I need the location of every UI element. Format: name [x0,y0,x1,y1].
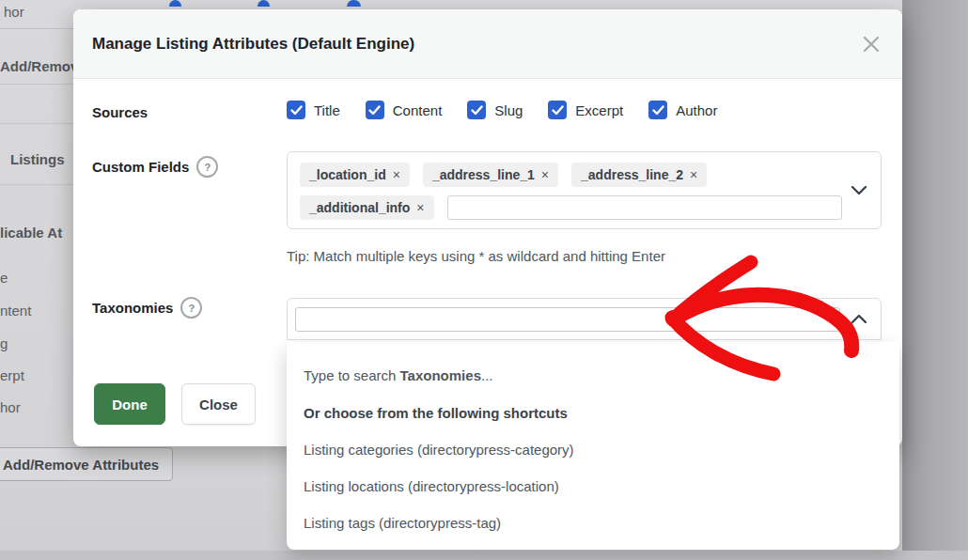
checkbox-label: Slug [494,102,523,118]
dropdown-item-listing-locations[interactable]: Listing locations (directorypress-locati… [304,478,559,494]
backdrop-fragment-author-top: hor [4,4,24,20]
close-button-label: Close [199,397,238,412]
done-button-label: Done [112,397,148,412]
backdrop-fragment-add-remove: Add/Remov [0,58,78,74]
tag-label: _location_id [309,167,386,182]
custom-field-tag: _additional_info × [300,195,434,220]
sources-options: Title Content Slug Excerpt Author [287,101,717,119]
remove-tag-icon[interactable]: × [541,167,549,182]
backdrop-fragment-author: hor [0,399,21,415]
taxonomies-dropdown-panel: Type to search Taxonomies... Or choose f… [287,342,899,550]
custom-fields-label: Custom Fields [92,159,189,175]
source-option-slug[interactable]: Slug [467,101,523,119]
backdrop-fragment-slug: g [0,335,8,351]
sources-label: Sources [92,104,148,120]
source-option-author[interactable]: Author [648,101,717,119]
source-option-content[interactable]: Content [366,101,443,119]
modal-title: Manage Listing Attributes (Default Engin… [92,35,414,54]
checkbox-slug[interactable] [467,101,486,119]
custom-field-tag: _address_line_2 × [571,163,707,187]
custom-fields-tip: Tip: Match multiple keys using * as wild… [287,248,665,264]
help-icon[interactable]: ? [180,297,202,319]
custom-fields-multiselect[interactable]: _location_id × _address_line_1 × _addres… [287,151,882,229]
chevron-up-icon[interactable] [851,311,867,328]
dropdown-item-listing-categories[interactable]: Listing categories (directorypress-categ… [304,442,574,458]
backdrop-toggle-arc [347,0,361,7]
custom-fields-label-row: Custom Fields ? [92,156,218,178]
check-icon [652,105,664,116]
close-button[interactable]: Close [181,383,256,425]
checkbox-label: Content [393,102,443,118]
tag-label: _address_line_2 [581,167,683,182]
tag-label: _additional_info [309,200,410,215]
hint-prefix: Type to search [304,367,400,383]
checkbox-excerpt[interactable] [548,101,567,119]
taxonomies-label: Taxonomies [92,300,173,316]
done-button[interactable]: Done [94,383,165,425]
tag-label: _address_line_1 [432,167,535,182]
backdrop-tab-listings[interactable]: Listings [10,151,65,167]
source-option-excerpt[interactable]: Excerpt [548,101,623,119]
backdrop-fragment-content: ntent [0,303,31,319]
custom-fields-input[interactable] [447,195,842,220]
taxonomies-search-input[interactable] [295,307,840,332]
remove-tag-icon[interactable]: × [416,200,424,215]
check-icon [552,105,564,116]
help-icon[interactable]: ? [196,156,218,178]
close-icon[interactable] [859,32,883,56]
custom-field-tag: _location_id × [300,163,410,187]
taxonomies-label-row: Taxonomies ? [92,297,202,319]
checkbox-author[interactable] [648,101,667,119]
dropdown-search-hint: Type to search Taxonomies... [304,367,493,383]
checkbox-title[interactable] [287,101,305,119]
hint-suffix: ... [481,367,493,383]
hint-bold: Taxonomies [400,367,481,383]
check-icon [290,105,303,116]
chevron-down-icon[interactable] [851,182,867,199]
add-remove-attributes-button[interactable]: Add/Remove Attributes [0,447,173,481]
checkbox-label: Excerpt [575,102,623,118]
dropdown-item-listing-tags[interactable]: Listing tags (directorypress-tag) [304,515,501,531]
custom-field-tag: _address_line_1 × [423,163,558,187]
remove-tag-icon[interactable]: × [690,167,697,182]
backdrop-right-band [902,0,968,560]
source-option-title[interactable]: Title [287,101,340,119]
checkbox-label: Author [676,102,717,118]
backdrop-toggle-arc [258,0,270,7]
remove-tag-icon[interactable]: × [393,167,400,182]
dropdown-shortcuts-heading: Or choose from the following shortcuts [304,405,568,421]
taxonomies-multiselect[interactable] [287,298,882,340]
backdrop-fragment-title: e [0,270,8,286]
backdrop-fragment-excerpt: erpt [0,367,24,383]
checkbox-content[interactable] [366,101,384,119]
backdrop-toggle-arc [169,0,181,7]
backdrop-fragment-applicable: licable At [0,225,62,241]
backdrop-bottom-strip [0,551,968,560]
add-remove-attributes-label: Add/Remove Attributes [3,457,159,473]
checkbox-label: Title [314,102,340,118]
modal-header: Manage Listing Attributes (Default Engin… [73,9,902,79]
check-icon [471,105,483,116]
check-icon [368,105,381,116]
